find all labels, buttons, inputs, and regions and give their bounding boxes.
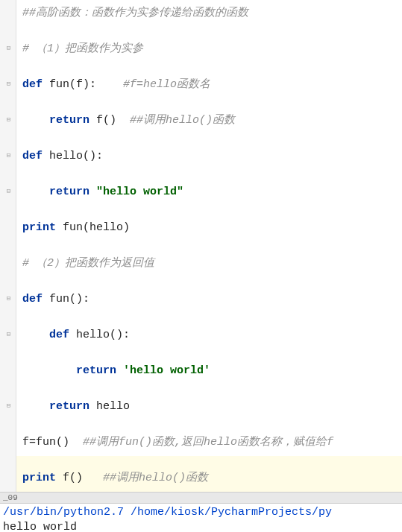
expr: hello xyxy=(96,400,130,413)
trailing-comment: ##调用hello()函数 xyxy=(116,114,235,127)
keyword-def: def xyxy=(49,329,76,341)
assignment: f=fun() xyxy=(22,436,69,449)
code-line[interactable] xyxy=(16,63,402,72)
code-line[interactable]: print fun(hello) xyxy=(16,215,402,241)
code-line[interactable] xyxy=(16,134,402,143)
expr: f() xyxy=(63,472,83,484)
code-line[interactable]: ⊟ return f() ##调用hello()函数 xyxy=(16,107,402,134)
code-line[interactable]: # （2）把函数作为返回值 xyxy=(16,250,402,277)
fold-marker-icon[interactable]: ⊟ xyxy=(4,188,13,196)
code-line[interactable] xyxy=(16,420,402,429)
code-line[interactable]: ⊟ def hello(): xyxy=(16,322,402,349)
code-line[interactable]: print f() ##调用hello()函数 xyxy=(16,465,402,492)
fold-marker-icon[interactable]: ⊟ xyxy=(4,331,13,339)
code-line[interactable] xyxy=(16,277,402,286)
console-command: /usr/bin/python2.7 /home/kiosk/PycharmPr… xyxy=(3,505,399,520)
code-line[interactable]: return 'hello world' xyxy=(16,358,402,384)
comment-text: ##高阶函数：函数作为实参传递给函数的函数 xyxy=(22,7,248,19)
keyword-return: return xyxy=(49,186,96,198)
code-line[interactable] xyxy=(16,241,402,250)
fold-marker-icon[interactable]: ⊟ xyxy=(4,80,13,89)
params: (): xyxy=(83,150,103,162)
trailing-comment: ##调用fun()函数,返回hello函数名称，赋值给f xyxy=(69,436,333,449)
code-line[interactable]: ⊟def fun(): xyxy=(16,286,402,313)
keyword-print: print xyxy=(22,472,63,484)
params: (): xyxy=(69,293,89,305)
params: (): xyxy=(110,329,130,341)
fold-marker-icon[interactable]: ⊟ xyxy=(4,152,13,160)
keyword-def: def xyxy=(22,150,49,162)
comment-text: # （2）把函数作为返回值 xyxy=(22,257,154,270)
expr: fun(hello) xyxy=(63,221,130,234)
code-line[interactable]: ⊟# （1）把函数作为实参 xyxy=(16,36,402,63)
code-line[interactable]: ⊟ return hello xyxy=(16,393,402,420)
code-line[interactable] xyxy=(16,384,402,393)
code-line[interactable] xyxy=(16,27,402,36)
function-name: fun xyxy=(49,78,69,91)
trailing-comment: ##调用hello()函数 xyxy=(83,472,208,484)
code-line[interactable]: ##高阶函数：函数作为实参传递给函数的函数 xyxy=(16,0,402,27)
run-tab-label[interactable]: _09 xyxy=(0,492,402,503)
function-name: hello xyxy=(49,150,83,162)
code-line[interactable]: ⊟def fun(f): #f=hello函数名 xyxy=(16,72,402,98)
code-line[interactable] xyxy=(16,313,402,322)
code-line[interactable]: ⊟ return "hello world" xyxy=(16,179,402,206)
keyword-return: return xyxy=(49,400,96,413)
console-panel[interactable]: /usr/bin/python2.7 /home/kiosk/PycharmPr… xyxy=(0,503,402,532)
console-output-line: hello world xyxy=(3,520,399,532)
fold-marker-icon[interactable]: ⊟ xyxy=(4,402,13,411)
code-line[interactable] xyxy=(16,98,402,107)
keyword-def: def xyxy=(22,78,49,91)
trailing-comment: #f=hello函数名 xyxy=(96,78,210,91)
fold-marker-icon[interactable]: ⊟ xyxy=(4,295,13,303)
keyword-return: return xyxy=(49,114,96,127)
code-line[interactable] xyxy=(16,206,402,215)
string-literal: 'hello world' xyxy=(123,364,210,377)
keyword-return: return xyxy=(76,364,123,377)
params: (f): xyxy=(69,78,96,91)
code-line[interactable]: ⊟def hello(): xyxy=(16,143,402,170)
comment-text: # （1）把函数作为实参 xyxy=(22,42,143,55)
function-name: fun xyxy=(49,293,69,305)
function-name: hello xyxy=(76,329,110,341)
string-literal: "hello world" xyxy=(96,186,183,198)
code-line[interactable]: f=fun() ##调用fun()函数,返回hello函数名称，赋值给f xyxy=(16,429,402,456)
code-line[interactable] xyxy=(16,456,402,465)
keyword-def: def xyxy=(22,293,49,305)
code-editor[interactable]: ##高阶函数：函数作为实参传递给函数的函数⊟# （1）把函数作为实参⊟def f… xyxy=(0,0,402,492)
expr: f() xyxy=(96,114,116,127)
code-line[interactable] xyxy=(16,170,402,179)
fold-marker-icon[interactable]: ⊟ xyxy=(4,45,13,53)
keyword-print: print xyxy=(22,221,63,234)
fold-marker-icon[interactable]: ⊟ xyxy=(4,116,13,124)
code-line[interactable] xyxy=(16,349,402,358)
editor-gutter xyxy=(0,0,16,492)
